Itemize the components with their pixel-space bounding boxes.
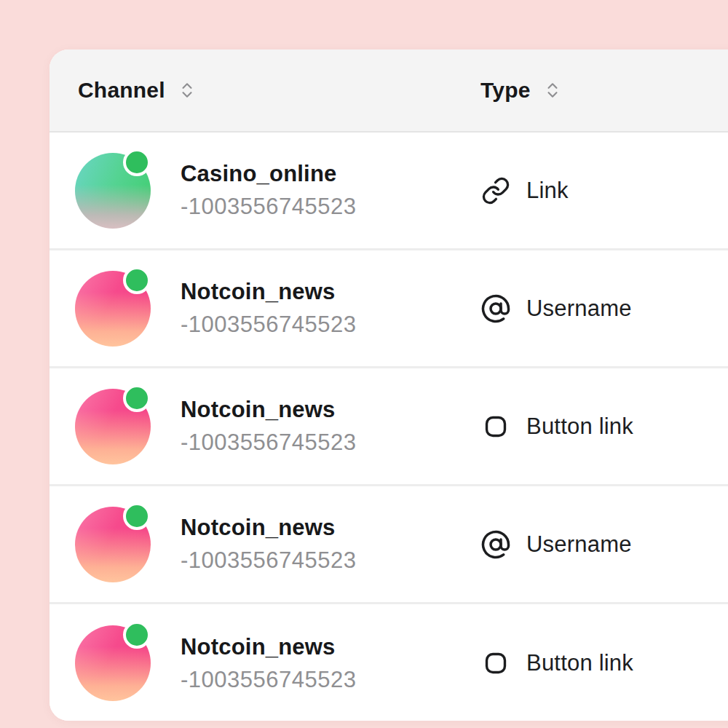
channel-id: -1003556745523 xyxy=(181,312,356,338)
online-status-dot xyxy=(123,502,151,530)
channel-avatar xyxy=(75,625,151,701)
channel-name: Notcoin_news xyxy=(181,634,356,660)
channel-text: Notcoin_news -1003556745523 xyxy=(181,397,356,456)
channel-name: Notcoin_news xyxy=(181,397,356,423)
column-header-channel[interactable]: Channel xyxy=(50,78,480,103)
link-icon xyxy=(480,176,511,205)
channel-name: Notcoin_news xyxy=(181,279,356,305)
chevrons-up-down-icon[interactable] xyxy=(178,81,197,100)
at-sign-icon xyxy=(480,293,511,324)
button-link-icon xyxy=(480,651,511,676)
column-header-type[interactable]: Type xyxy=(480,78,728,103)
channel-avatar xyxy=(75,507,151,582)
channel-avatar xyxy=(75,271,151,347)
table-row[interactable]: Casino_online -1003556745523 Link xyxy=(50,132,728,250)
type-cell: Button link xyxy=(480,414,728,440)
table-row[interactable]: Notcoin_news -1003556745523 Username xyxy=(50,250,728,368)
table-body: Casino_online -1003556745523 Link xyxy=(50,132,728,721)
channel-id: -1003556745523 xyxy=(181,430,356,456)
type-cell: Username xyxy=(480,293,728,324)
page-background: Channel Type xyxy=(0,0,728,728)
type-label: Username xyxy=(526,531,632,558)
table-header: Channel Type xyxy=(50,50,728,132)
type-cell: Button link xyxy=(480,650,728,676)
table-row[interactable]: Notcoin_news -1003556745523 Button link xyxy=(50,604,728,721)
online-status-dot xyxy=(123,149,151,176)
type-cell: Link xyxy=(480,176,728,205)
online-status-dot xyxy=(123,621,151,649)
column-label-channel: Channel xyxy=(78,78,165,103)
channel-avatar xyxy=(75,389,151,464)
online-status-dot xyxy=(123,266,151,294)
type-label: Button link xyxy=(526,650,633,676)
channel-name: Notcoin_news xyxy=(181,515,356,541)
chevrons-up-down-icon[interactable] xyxy=(543,81,562,100)
channel-cell: Casino_online -1003556745523 xyxy=(50,153,480,229)
type-label: Link xyxy=(526,178,569,204)
type-cell: Username xyxy=(480,529,728,560)
at-sign-icon xyxy=(480,529,511,560)
channel-text: Notcoin_news -1003556745523 xyxy=(181,279,356,338)
channel-id: -1003556745523 xyxy=(181,194,356,220)
column-label-type: Type xyxy=(480,78,531,103)
channel-text: Notcoin_news -1003556745523 xyxy=(181,515,356,574)
channel-id: -1003556745523 xyxy=(181,667,356,693)
online-status-dot xyxy=(123,384,151,412)
channel-avatar xyxy=(75,153,151,229)
button-link-icon xyxy=(480,414,511,439)
channel-text: Notcoin_news -1003556745523 xyxy=(181,634,356,693)
channel-cell: Notcoin_news -1003556745523 xyxy=(50,625,480,701)
channel-id: -1003556745523 xyxy=(181,547,356,574)
channel-cell: Notcoin_news -1003556745523 xyxy=(50,389,480,464)
channel-name: Casino_online xyxy=(181,161,356,187)
table-row[interactable]: Notcoin_news -1003556745523 Username xyxy=(50,486,728,604)
channel-cell: Notcoin_news -1003556745523 xyxy=(50,507,480,582)
channels-table-card: Channel Type xyxy=(50,50,728,721)
type-label: Username xyxy=(526,296,632,322)
table-row[interactable]: Notcoin_news -1003556745523 Button link xyxy=(50,368,728,486)
channel-cell: Notcoin_news -1003556745523 xyxy=(50,271,480,347)
channel-text: Casino_online -1003556745523 xyxy=(181,161,356,220)
type-label: Button link xyxy=(526,414,633,440)
